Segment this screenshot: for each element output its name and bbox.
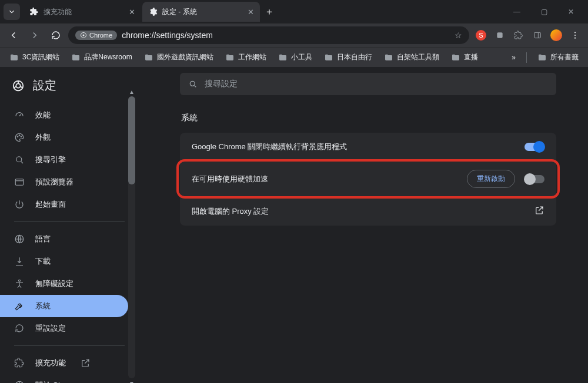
sidebar-item-default-browser[interactable]: 預設瀏覽器 <box>0 171 128 193</box>
sidebar-list: 效能 外觀 搜尋引擎 預設瀏覽器 起始畫面 語言 下載 無障礙設定 系統 重設設… <box>0 104 136 383</box>
sidebar-item-reset[interactable]: 重設設定 <box>0 317 128 340</box>
bookmarks-overflow[interactable]: » <box>507 51 520 64</box>
svg-rect-2 <box>497 32 502 38</box>
window-controls: — ▢ ✕ <box>503 2 584 21</box>
profile-avatar[interactable] <box>548 27 564 43</box>
row-proxy-settings[interactable]: 開啟電腦的 Proxy 設定 <box>180 197 556 226</box>
toggle-hardware-acceleration[interactable] <box>524 175 544 183</box>
gear-icon <box>148 7 158 16</box>
svg-point-9 <box>16 83 20 88</box>
row-label: 在可用時使用硬體加速 <box>192 174 268 184</box>
bookmark-star-icon[interactable]: ☆ <box>455 31 462 40</box>
speed-icon <box>14 110 25 120</box>
address-bar[interactable]: Chrome chrome://settings/system ☆ <box>68 26 469 44</box>
window-close[interactable]: ✕ <box>557 2 584 21</box>
chrome-icon <box>14 380 25 383</box>
sidebar-item-performance[interactable]: 效能 <box>0 104 128 126</box>
window-maximize[interactable]: ▢ <box>530 2 557 21</box>
svg-point-12 <box>21 136 22 137</box>
reload-button[interactable] <box>47 26 65 44</box>
all-bookmarks[interactable]: 所有書籤 <box>533 50 583 65</box>
bookmark-folder[interactable]: 直播 <box>446 50 483 65</box>
content-area: 設定 效能 外觀 搜尋引擎 預設瀏覽器 起始畫面 語言 下載 無障礙設定 系統 … <box>0 67 588 383</box>
site-chip: Chrome <box>75 31 117 40</box>
chrome-icon <box>80 32 87 39</box>
tab-strip: 擴充功能 ✕ 設定 - 系統 ✕ ＋ — ▢ ✕ <box>0 0 588 23</box>
bookmark-folder[interactable]: 品牌Newsroom <box>66 50 136 65</box>
back-button[interactable] <box>5 26 22 44</box>
globe-icon <box>14 234 25 244</box>
sidebar-item-downloads[interactable]: 下載 <box>0 250 128 273</box>
scroll-up-icon[interactable]: ▲ <box>128 88 135 95</box>
sidebar-item-about[interactable]: 關於 Chrome <box>0 374 128 383</box>
tabs-dropdown[interactable] <box>4 4 20 20</box>
extensions-puzzle-icon[interactable] <box>510 27 527 43</box>
side-panel-icon[interactable] <box>529 27 546 43</box>
sidebar-item-appearance[interactable]: 外觀 <box>0 126 128 149</box>
tab-extensions[interactable]: 擴充功能 ✕ <box>24 2 141 22</box>
search-placeholder: 搜尋設定 <box>205 79 238 89</box>
tab-close-icon[interactable]: ✕ <box>129 8 135 16</box>
sidebar-item-search-engine[interactable]: 搜尋引擎 <box>0 149 128 171</box>
window-minimize[interactable]: — <box>503 2 530 21</box>
svg-point-7 <box>574 38 576 39</box>
menu-icon[interactable] <box>567 27 583 43</box>
search-icon <box>188 79 198 89</box>
bookmark-folder[interactable]: 國外遊戲資訊網站 <box>139 50 218 65</box>
main-panel: 搜尋設定 系統 Google Chrome 關閉時繼續執行背景應用程式 在可用時… <box>136 67 588 383</box>
sidebar-item-accessibility[interactable]: 無障礙設定 <box>0 273 128 295</box>
row-label: Google Chrome 關閉時繼續執行背景應用程式 <box>192 142 347 152</box>
section-title: 系統 <box>180 113 556 123</box>
tab-settings[interactable]: 設定 - 系統 ✕ <box>142 2 260 22</box>
svg-point-5 <box>574 32 576 33</box>
extension-icon-1[interactable]: S <box>473 27 489 43</box>
svg-point-1 <box>83 35 85 36</box>
divider <box>14 221 125 222</box>
external-link-icon <box>80 358 91 368</box>
search-icon <box>14 154 25 165</box>
svg-rect-14 <box>15 179 24 186</box>
row-label: 開啟電腦的 Proxy 設定 <box>192 206 269 217</box>
reset-icon <box>14 323 25 334</box>
palette-icon <box>14 132 25 143</box>
extension-icons: S <box>473 27 583 43</box>
sidebar-item-system[interactable]: 系統 <box>0 295 128 317</box>
tab-close-icon[interactable]: ✕ <box>248 8 254 16</box>
divider <box>526 52 527 63</box>
svg-point-6 <box>574 35 576 36</box>
site-chip-label: Chrome <box>89 32 112 39</box>
bookmark-folder[interactable]: 3C資訊網站 <box>5 50 64 65</box>
relaunch-button[interactable]: 重新啟動 <box>467 170 515 188</box>
bookmark-folder[interactable]: 小工具 <box>273 50 317 65</box>
extension-icon <box>14 358 25 368</box>
bookmark-folder[interactable]: 自架站工具類 <box>379 50 444 65</box>
settings-search[interactable]: 搜尋設定 <box>180 73 556 95</box>
svg-point-10 <box>17 136 18 137</box>
sidebar-scrollbar[interactable]: ▲ ▼ <box>128 96 135 378</box>
bookmark-folder[interactable]: 日本自由行 <box>319 50 377 65</box>
svg-point-13 <box>16 157 22 162</box>
row-background-apps[interactable]: Google Chrome 關閉時繼續執行背景應用程式 <box>180 133 556 161</box>
tab-title: 設定 - 系統 <box>162 7 197 17</box>
power-icon <box>14 199 25 210</box>
new-tab-button[interactable]: ＋ <box>261 4 278 20</box>
chrome-logo-icon <box>12 79 25 92</box>
settings-sidebar: 設定 效能 外觀 搜尋引擎 預設瀏覽器 起始畫面 語言 下載 無障礙設定 系統 … <box>0 67 136 383</box>
extension-icon-2[interactable] <box>492 27 508 43</box>
sidebar-item-languages[interactable]: 語言 <box>0 228 128 250</box>
tab-title: 擴充功能 <box>44 7 72 17</box>
wrench-icon <box>14 301 25 311</box>
divider <box>14 345 125 346</box>
settings-title: 設定 <box>33 78 56 93</box>
toggle-background-apps[interactable] <box>524 143 544 151</box>
forward-button[interactable] <box>26 26 44 44</box>
bookmark-folder[interactable]: 工作網站 <box>220 50 271 65</box>
sidebar-item-extensions[interactable]: 擴充功能 <box>0 352 128 374</box>
scrollbar-thumb[interactable] <box>128 96 135 184</box>
settings-card: Google Chrome 關閉時繼續執行背景應用程式 在可用時使用硬體加速 重… <box>180 133 556 226</box>
external-link-icon <box>534 205 544 217</box>
scroll-down-icon[interactable]: ▼ <box>128 379 135 383</box>
svg-point-11 <box>19 135 20 136</box>
sidebar-item-startup[interactable]: 起始畫面 <box>0 193 128 216</box>
row-hardware-acceleration[interactable]: 在可用時使用硬體加速 重新啟動 <box>180 162 556 196</box>
